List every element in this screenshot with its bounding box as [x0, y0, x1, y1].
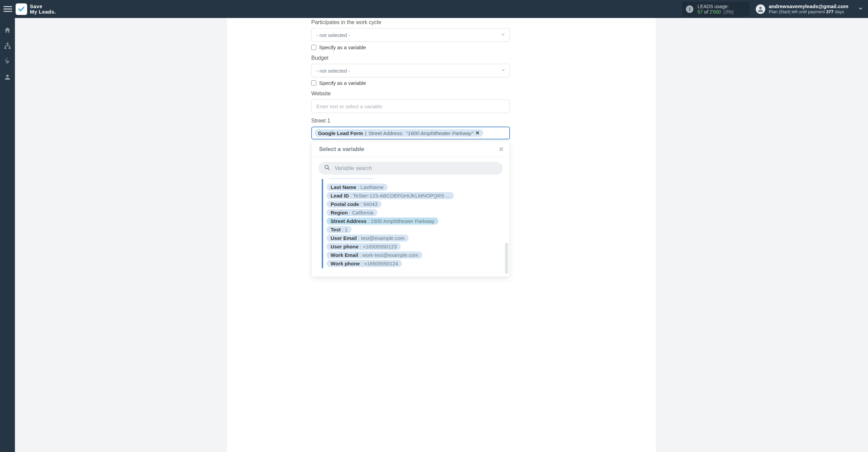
variable-value: LastName — [360, 184, 383, 190]
variable-name: Street Address — [331, 218, 367, 224]
variable-value: +16505550124 — [364, 261, 398, 266]
website-label: Website — [311, 91, 510, 97]
participates-variable-toggle[interactable]: Specify as a variable — [311, 44, 510, 50]
close-icon[interactable]: ✕ — [498, 145, 504, 153]
variable-option[interactable]: Street Address:1600 Amphitheater Parkway — [327, 218, 438, 225]
colon: : — [360, 244, 361, 249]
svg-rect-2 — [4, 48, 6, 49]
variable-option[interactable]: User phone:+16505550123 — [327, 243, 401, 250]
svg-rect-3 — [9, 48, 11, 49]
variable-name: Last Name — [331, 184, 356, 190]
variable-value: TeSter-123-ABCDEFGHIJKLMNOPQRS ... — [353, 193, 450, 199]
colon: : — [342, 227, 343, 232]
scrollbar-thumb[interactable] — [505, 243, 508, 274]
menu-toggle[interactable] — [3, 5, 12, 14]
budget-checkbox[interactable] — [311, 80, 316, 86]
variable-value: work-test@example.com — [362, 252, 418, 258]
colon: : — [350, 193, 352, 199]
variable-dropdown: Select a variable ✕ JobTitle:JobTitleLas… — [311, 141, 510, 277]
account-email: andrewsavemyleads@gmail.com — [769, 3, 848, 9]
colon: : — [360, 201, 362, 207]
leads-current: 57 — [697, 9, 703, 15]
token-field-name: Street Address: — [369, 130, 403, 136]
street1-label: Street 1 — [311, 118, 510, 124]
participates-checkbox[interactable] — [311, 45, 316, 50]
website-input[interactable] — [316, 103, 505, 109]
budget-label: Budget — [311, 55, 510, 61]
token-value: "1600 Amphitheater Parkway" — [406, 130, 473, 136]
variable-option[interactable]: User Email:test@example.com — [327, 234, 409, 242]
budget-select[interactable]: - not selected - — [311, 64, 510, 77]
leads-usage-box: i LEADS usage: 57 of 2'000 (3%) — [682, 2, 750, 17]
colon: : — [349, 210, 351, 215]
svg-rect-1 — [6, 43, 8, 44]
participates-value: - not selected - — [316, 32, 350, 38]
list-rail — [322, 179, 323, 268]
colon: : — [358, 184, 359, 190]
variable-name: Work Email — [331, 252, 358, 258]
leads-total: 2'000 — [709, 9, 721, 15]
svg-point-4 — [6, 75, 8, 77]
variable-option[interactable]: Postal code:94043 — [327, 201, 381, 208]
leads-usage-values: 57 of 2'000 (3%) — [697, 9, 744, 15]
account-text: andrewsavemyleads@gmail.com Plan |Start|… — [769, 3, 848, 14]
variable-option[interactable]: Region:California — [327, 209, 377, 216]
variable-search-input[interactable] — [335, 165, 497, 171]
chevron-down-icon — [858, 6, 863, 13]
dropdown-title: Select a variable — [319, 146, 364, 153]
street1-input[interactable]: Google Lead Form | Street Address: "1600… — [311, 127, 510, 139]
colon: : — [358, 235, 360, 241]
participates-label: Participates in the work cycle — [311, 19, 510, 25]
brand-name: Save My Leads. — [30, 4, 56, 15]
variable-name: User phone — [331, 244, 359, 249]
variable-name: User Email — [331, 235, 357, 241]
token-sep: | — [364, 130, 368, 136]
leads-percent: (3%) — [724, 9, 734, 15]
variable-value: 1600 Amphitheater Parkway — [371, 218, 434, 224]
street1-token[interactable]: Google Lead Form | Street Address: "1600… — [315, 129, 483, 137]
sitemap-icon[interactable] — [3, 42, 12, 50]
user-avatar-icon — [756, 4, 765, 14]
colon: : — [359, 252, 361, 258]
variable-search-wrap[interactable] — [318, 162, 503, 175]
variable-value: California — [352, 210, 373, 215]
account-menu[interactable]: andrewsavemyleads@gmail.com Plan |Start|… — [756, 3, 863, 14]
variable-value: 94043 — [363, 201, 377, 207]
sidebar — [0, 18, 15, 452]
app-header: Save My Leads. i LEADS usage: 57 of 2'00… — [0, 0, 868, 18]
brand-logo-icon — [16, 3, 27, 15]
form-card: Participates in the work cycle - not sel… — [227, 18, 656, 452]
variable-option[interactable]: Work Email:work-test@example.com — [327, 251, 422, 259]
variable-option[interactable]: JobTitle:JobTitle — [327, 178, 376, 179]
colon: : — [361, 261, 362, 266]
svg-point-5 — [325, 165, 328, 169]
variable-option[interactable]: Test:1 — [327, 226, 352, 233]
budget-chk-label: Specify as a variable — [319, 80, 366, 86]
info-icon: i — [686, 5, 693, 13]
colon: : — [368, 218, 369, 224]
variable-value: +16505550123 — [363, 244, 397, 249]
token-source: Google Lead Form — [318, 130, 363, 136]
budget-value: - not selected - — [316, 68, 350, 74]
home-icon[interactable] — [3, 26, 12, 34]
billing-icon[interactable] — [3, 57, 12, 65]
token-remove-icon[interactable]: ✕ — [475, 130, 480, 136]
search-icon — [324, 164, 331, 172]
participates-chk-label: Specify as a variable — [319, 44, 366, 50]
variable-option[interactable]: Work phone:+16505550124 — [327, 260, 402, 267]
variable-name: Work phone — [331, 261, 360, 266]
profile-icon[interactable] — [3, 73, 12, 81]
participates-select[interactable]: - not selected - — [311, 28, 510, 42]
variable-name: Region — [331, 210, 348, 215]
variable-option[interactable]: Lead ID:TeSter-123-ABCDEFGHIJKLMNOPQRS .… — [327, 192, 454, 199]
leads-usage-title: LEADS usage: — [697, 4, 744, 9]
variable-name: Postal code — [331, 201, 359, 207]
variable-name: Lead ID — [331, 193, 349, 199]
budget-variable-toggle[interactable]: Specify as a variable — [311, 80, 510, 86]
svg-point-0 — [760, 6, 762, 9]
variable-option[interactable]: Last Name:LastName — [327, 184, 388, 191]
chevron-down-icon — [501, 32, 506, 38]
chevron-down-icon — [501, 68, 506, 74]
variable-name: Test — [331, 227, 341, 232]
website-input-wrap[interactable] — [311, 99, 510, 113]
